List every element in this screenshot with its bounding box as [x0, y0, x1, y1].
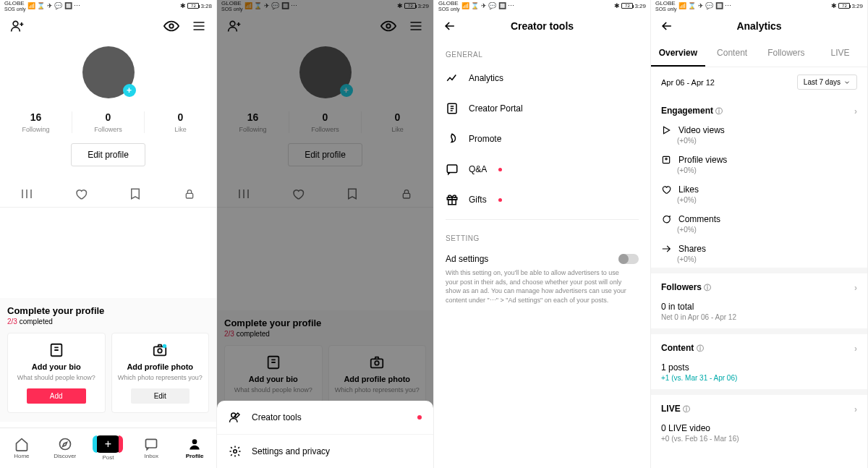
- svg-point-10: [230, 21, 235, 26]
- settings-privacy-row[interactable]: Settings and privacy: [217, 434, 433, 468]
- page-title: Analytics: [660, 20, 859, 32]
- svg-point-0: [13, 21, 18, 26]
- creator-tools-icon: [229, 411, 242, 424]
- nav-profile[interactable]: Profile: [173, 428, 216, 468]
- status-bar: GLOBESOS only📶 ⌛ ✈ 💬 🔲 ⋯ ✱723:29: [651, 0, 867, 12]
- content-sub: +1 (vs. Mar 31 - Apr 06): [651, 373, 867, 382]
- comment-icon: [661, 214, 671, 224]
- edit-profile-button[interactable]: Edit profile: [71, 143, 145, 166]
- qa-icon: [446, 163, 459, 176]
- edit-photo-button[interactable]: Edit: [131, 388, 190, 404]
- svg-point-7: [59, 439, 70, 450]
- ad-settings-desc: With this setting on, you'll be able to …: [434, 267, 650, 305]
- likes-row[interactable]: Likes: [651, 179, 867, 195]
- creator-portal-row[interactable]: Creator Portal: [434, 93, 650, 124]
- page-title: Creator tools: [443, 20, 642, 32]
- chevron-right-icon: ›: [854, 404, 857, 414]
- eye-icon[interactable]: [380, 17, 397, 35]
- promote-row[interactable]: Promote: [434, 124, 650, 154]
- tab-content[interactable]: Content: [705, 41, 760, 67]
- bottom-nav: Home Discover +Post Inbox Profile: [0, 427, 216, 468]
- ad-settings-label: Ad settings: [446, 254, 488, 264]
- svg-rect-2: [186, 193, 192, 198]
- chevron-right-icon: ›: [854, 283, 857, 293]
- gifts-row[interactable]: Gifts: [434, 184, 650, 215]
- general-section-label: GENERAL: [434, 41, 650, 63]
- profile-views-row[interactable]: Profile views: [651, 149, 867, 165]
- following-stat[interactable]: 16Following: [0, 111, 72, 133]
- photo-card: Add profile photo Which photo represents…: [111, 333, 210, 413]
- add-bio-button[interactable]: Add: [27, 388, 86, 404]
- svg-point-15: [375, 361, 380, 365]
- analytics-row[interactable]: Analytics: [434, 63, 650, 93]
- profile-menu-screen: GLOBESOS only📶 ⌛ ✈ 💬 🔲 ⋯ ✱723:29 + 16Fol…: [217, 0, 434, 468]
- svg-point-9: [192, 439, 197, 444]
- analytics-screen: GLOBESOS only📶 ⌛ ✈ 💬 🔲 ⋯ ✱723:29 Analyti…: [651, 0, 868, 468]
- nav-inbox[interactable]: Inbox: [129, 428, 173, 468]
- tab-saved-icon[interactable]: [109, 181, 163, 207]
- carrier-label: GLOBE: [4, 0, 26, 7]
- status-icons-left: 📶 ⌛ ✈ 💬 🔲 ⋯: [27, 2, 81, 9]
- live-value: 0 LIVE video: [651, 417, 867, 433]
- ad-settings-toggle[interactable]: [618, 254, 639, 264]
- tab-grid-icon[interactable]: [0, 181, 54, 207]
- nav-home[interactable]: Home: [0, 428, 43, 468]
- bio-card-sub: What should people know?: [17, 374, 95, 381]
- likes-stat[interactable]: 0Like: [144, 111, 216, 133]
- followers-header[interactable]: Followers ⓘ›: [651, 273, 867, 296]
- content-value: 1 posts: [651, 357, 867, 373]
- menu-icon[interactable]: [407, 17, 425, 35]
- live-header[interactable]: LIVE ⓘ›: [651, 395, 867, 417]
- comments-row[interactable]: Comments: [651, 208, 867, 224]
- content-header[interactable]: Content ⓘ›: [651, 334, 867, 357]
- complete-progress: 2/3 completed: [7, 318, 209, 326]
- date-range: Apr 06 - Apr 12: [661, 78, 715, 87]
- add-user-icon[interactable]: [226, 17, 243, 35]
- settings-icon: [229, 445, 242, 458]
- chevron-right-icon: ›: [854, 344, 857, 354]
- svg-rect-8: [146, 439, 157, 448]
- sos-label: SOS only: [4, 7, 26, 12]
- nav-discover[interactable]: Discover: [43, 428, 87, 468]
- info-icon: ⓘ: [715, 107, 723, 115]
- notification-dot-icon: [498, 198, 502, 202]
- avatar-add-badge[interactable]: +: [123, 84, 136, 97]
- avatar[interactable]: +: [82, 46, 135, 98]
- svg-point-5: [158, 349, 163, 353]
- info-icon: ⓘ: [697, 344, 704, 352]
- share-icon: [661, 244, 671, 254]
- svg-point-1: [169, 24, 174, 28]
- profile-screen: GLOBE SOS only 📶 ⌛ ✈ 💬 🔲 ⋯ ✱ 72 3:28 + 1…: [0, 0, 217, 468]
- followers-stat[interactable]: 0Followers: [72, 111, 144, 133]
- avatar: +: [299, 46, 352, 98]
- followers-sub: Net 0 in Apr 06 - Apr 12: [651, 312, 867, 321]
- stats-row: 16Following 0Followers 0Like: [0, 111, 216, 133]
- shares-row[interactable]: Shares: [651, 238, 867, 254]
- video-views-row[interactable]: Video views: [651, 119, 867, 135]
- eye-icon[interactable]: [163, 17, 180, 35]
- nav-post[interactable]: +Post: [87, 428, 130, 468]
- add-user-icon[interactable]: [9, 17, 26, 35]
- tab-overview[interactable]: Overview: [651, 41, 705, 67]
- range-picker-button[interactable]: Last 7 days: [797, 75, 857, 90]
- complete-profile-card: Complete your profile 2/3 completed Add …: [0, 298, 216, 422]
- camera-icon: [152, 342, 168, 358]
- tab-liked-icon[interactable]: [54, 181, 109, 207]
- svg-point-6: [163, 344, 167, 349]
- menu-icon[interactable]: [190, 17, 208, 35]
- engagement-header[interactable]: Engagement ⓘ›: [651, 97, 867, 119]
- heart-icon: [661, 184, 671, 195]
- tab-live[interactable]: LIVE: [813, 41, 867, 67]
- complete-title: Complete your profile: [7, 305, 209, 316]
- followers-value: 0 in total: [651, 296, 867, 312]
- photo-card-sub: Which photo represents you?: [118, 374, 203, 381]
- qa-row[interactable]: Q&A: [434, 154, 650, 184]
- battery-icon: 72: [187, 3, 199, 9]
- tab-followers[interactable]: Followers: [760, 41, 814, 67]
- bottom-sheet: Creator tools Settings and privacy: [217, 401, 433, 468]
- back-icon[interactable]: [443, 19, 457, 33]
- status-bar: GLOBESOS only📶 ⌛ ✈ 💬 🔲 ⋯ ✱723:29: [434, 0, 650, 12]
- back-icon[interactable]: [660, 19, 674, 33]
- creator-tools-row[interactable]: Creator tools: [217, 401, 433, 434]
- tab-private-icon[interactable]: [162, 181, 216, 207]
